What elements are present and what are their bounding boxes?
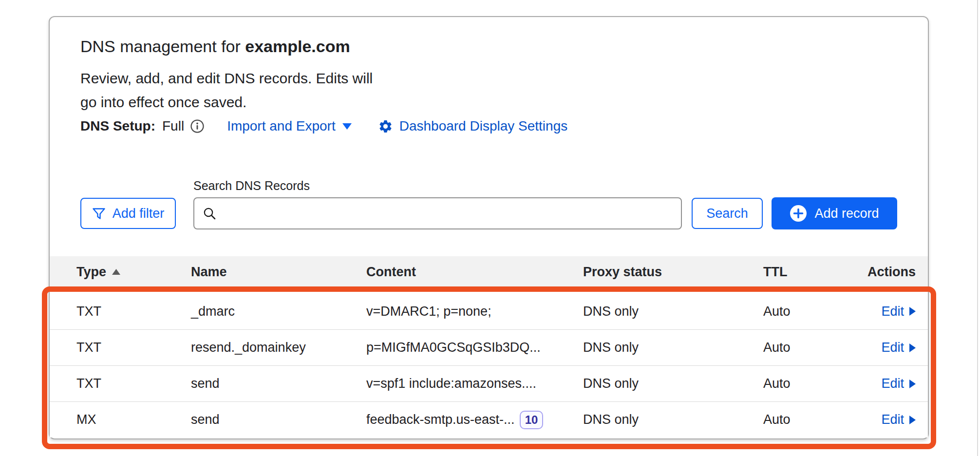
add-filter-label: Add filter xyxy=(113,206,165,221)
table-row: TXT send v=spf1 include:amazonses.... DN… xyxy=(50,365,928,401)
page-title: DNS management for example.com xyxy=(80,37,350,56)
column-header-actions: Actions xyxy=(848,265,916,280)
cell-type: TXT xyxy=(76,376,191,391)
filter-icon xyxy=(92,207,106,220)
page-subtitle-line1: Review, add, and edit DNS records. Edits… xyxy=(80,66,373,90)
page-subtitle-line2: go into effect once saved. xyxy=(80,90,373,114)
search-input[interactable] xyxy=(222,200,681,227)
search-input-wrap xyxy=(193,197,682,229)
cell-name: _dmarc xyxy=(191,304,366,319)
table-header-row: Type Name Content Proxy status TTL Actio… xyxy=(50,256,928,287)
edit-record-button[interactable]: Edit xyxy=(848,376,916,391)
column-header-proxy-status: Proxy status xyxy=(583,265,763,280)
search-icon xyxy=(202,206,217,221)
dns-setup-label: DNS Setup: xyxy=(80,118,155,134)
cell-proxy-status: DNS only xyxy=(583,376,763,391)
screen-right-edge xyxy=(977,0,978,456)
cell-proxy-status: DNS only xyxy=(583,412,763,427)
search-button-label: Search xyxy=(706,206,748,221)
gear-icon xyxy=(378,119,393,134)
import-export-link[interactable]: Import and Export xyxy=(227,118,352,134)
table-row: MX send feedback-smtp.us-east-... 10 DNS… xyxy=(50,401,928,437)
add-filter-button[interactable]: Add filter xyxy=(80,198,176,229)
cell-type: MX xyxy=(76,412,191,427)
dns-management-panel: DNS management for example.com Review, a… xyxy=(49,16,929,439)
mx-priority-badge: 10 xyxy=(520,411,544,429)
cell-name: send xyxy=(191,412,366,427)
cell-content: feedback-smtp.us-east-... 10 xyxy=(366,411,583,429)
chevron-right-icon xyxy=(909,343,916,352)
plus-icon xyxy=(790,205,807,222)
cell-ttl: Auto xyxy=(763,376,848,391)
sort-ascending-icon xyxy=(112,269,120,275)
column-header-type[interactable]: Type xyxy=(76,265,191,280)
page-title-domain: example.com xyxy=(245,37,350,56)
table-row: TXT resend._domainkey p=MIGfMA0GCSqGSIb3… xyxy=(50,329,928,365)
column-header-ttl: TTL xyxy=(763,265,848,280)
table-body: TXT _dmarc v=DMARC1; p=none; DNS only Au… xyxy=(50,293,928,437)
cell-proxy-status: DNS only xyxy=(583,304,763,319)
column-header-content: Content xyxy=(366,265,583,280)
search-dns-records-label: Search DNS Records xyxy=(193,179,310,193)
dashboard-display-settings-label: Dashboard Display Settings xyxy=(399,118,568,134)
cell-ttl: Auto xyxy=(763,412,848,427)
chevron-right-icon xyxy=(909,380,916,388)
info-icon[interactable] xyxy=(190,119,205,133)
add-record-label: Add record xyxy=(814,206,879,221)
cell-ttl: Auto xyxy=(763,340,848,355)
cell-type: TXT xyxy=(76,340,191,355)
dns-setup-value: Full xyxy=(162,118,184,134)
chevron-right-icon xyxy=(909,307,916,316)
cell-type: TXT xyxy=(76,304,191,319)
chevron-right-icon xyxy=(909,416,916,424)
table-row: TXT _dmarc v=DMARC1; p=none; DNS only Au… xyxy=(50,293,928,329)
import-export-label: Import and Export xyxy=(227,118,336,134)
edit-record-button[interactable]: Edit xyxy=(848,304,916,319)
table-controls: Add filter Search Add record xyxy=(80,197,897,229)
column-header-name: Name xyxy=(191,265,366,280)
cell-name: send xyxy=(191,376,366,391)
chevron-down-icon xyxy=(342,123,352,130)
cell-ttl: Auto xyxy=(763,304,848,319)
edit-record-button[interactable]: Edit xyxy=(848,340,916,355)
cell-proxy-status: DNS only xyxy=(583,340,763,355)
search-button[interactable]: Search xyxy=(692,198,763,229)
dashboard-display-settings-link[interactable]: Dashboard Display Settings xyxy=(378,118,568,134)
cell-content: p=MIGfMA0GCSqGSIb3DQ... xyxy=(366,340,583,355)
cell-content: v=spf1 include:amazonses.... xyxy=(366,376,583,391)
dns-records-table: Type Name Content Proxy status TTL Actio… xyxy=(50,256,928,437)
page-title-prefix: DNS management for xyxy=(80,37,245,56)
dns-setup-row: DNS Setup: Full Import and Export Dashbo… xyxy=(80,118,567,134)
add-record-button[interactable]: Add record xyxy=(772,197,897,229)
cell-content: v=DMARC1; p=none; xyxy=(366,304,583,319)
cell-name: resend._domainkey xyxy=(191,340,366,355)
page-subtitle: Review, add, and edit DNS records. Edits… xyxy=(80,66,373,114)
edit-record-button[interactable]: Edit xyxy=(848,412,916,427)
